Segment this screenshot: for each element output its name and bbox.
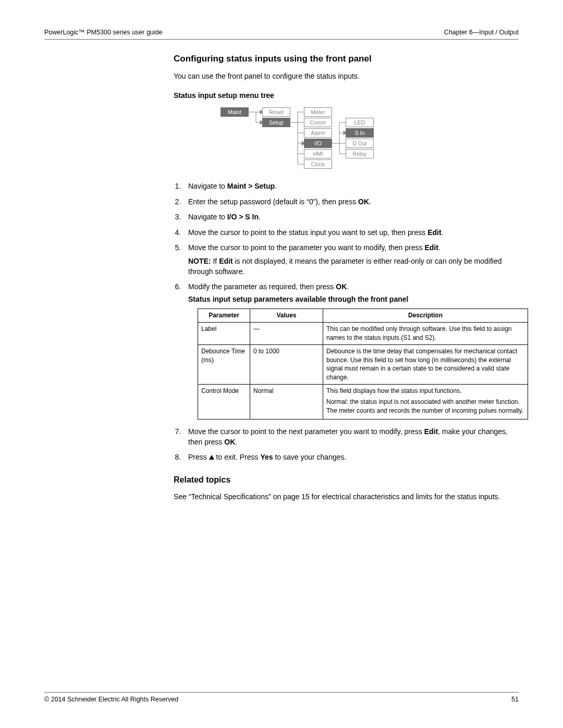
tree-node-relay: Relay <box>346 149 374 158</box>
step-7: Move the cursor to point to the next par… <box>183 427 519 447</box>
header-left: PowerLogic™ PM5300 series user guide <box>44 29 163 36</box>
step-5: Move the cursor to point to the paramete… <box>183 243 519 277</box>
tree-node-clock: Clock <box>304 159 332 169</box>
step-6: Modify the parameter as required, then p… <box>183 282 519 419</box>
intro-paragraph: You can use the front panel to configure… <box>174 71 519 82</box>
td-values: — <box>250 323 323 345</box>
page-footer: © 2014 Schneider Electric All Rights Res… <box>44 692 519 703</box>
related-topics-heading: Related topics <box>174 474 519 486</box>
tree-node-alarm: Alarm <box>304 128 332 138</box>
tree-node-reset: Reset <box>262 107 290 117</box>
page-header: PowerLogic™ PM5300 series user guide Cha… <box>44 29 519 40</box>
td-param: Debounce Time (ms) <box>198 344 250 384</box>
td-desc: This can be modified only through softwa… <box>323 323 528 345</box>
td-values: 0 to 1000 <box>250 344 323 384</box>
table-row: Debounce Time (ms) 0 to 1000 Debounce is… <box>198 344 528 384</box>
step-1: Navigate to Maint > Setup. <box>183 181 519 192</box>
tree-node-hmi: HMI <box>304 149 332 158</box>
tree-node-dout: D Out <box>346 139 374 148</box>
tree-node-io: I/O <box>304 139 332 148</box>
menu-tree: Maint Reset Setup Meter Comm Alarm I/O H… <box>221 107 460 170</box>
tree-node-comm: Comm <box>304 118 332 127</box>
th-description: Description <box>323 309 528 323</box>
tree-node-sin: S In <box>346 128 374 138</box>
note-paragraph: NOTE: If Edit is not displayed, it means… <box>188 256 519 277</box>
up-arrow-icon <box>209 455 214 460</box>
header-right: Chapter 6—Input / Output <box>444 29 519 36</box>
tree-node-setup: Setup <box>262 118 290 127</box>
table-heading: Status input setup parameters available … <box>188 294 519 305</box>
section-title: Configuring status inputs using the fron… <box>174 53 519 65</box>
step-4: Move the cursor to point to the status i… <box>183 228 519 238</box>
step-2: Enter the setup password (default is “0”… <box>183 197 519 207</box>
step-8: Press to exit. Press Yes to save your ch… <box>183 452 519 463</box>
footer-page-number: 51 <box>511 696 519 703</box>
table-row: Label — This can be modified only throug… <box>198 323 528 345</box>
td-param: Label <box>198 323 250 345</box>
td-param: Control Mode <box>198 384 250 419</box>
td-values: Normal <box>250 384 323 419</box>
related-topics-text: See “Technical Specifications” on page 1… <box>174 492 519 502</box>
table-header-row: Parameter Values Description <box>198 309 528 323</box>
th-parameter: Parameter <box>198 309 250 323</box>
th-values: Values <box>250 309 323 323</box>
parameters-table: Parameter Values Description Label — Thi… <box>198 309 528 419</box>
steps-list: Navigate to Maint > Setup. Enter the set… <box>174 181 519 463</box>
footer-copyright: © 2014 Schneider Electric All Rights Res… <box>44 696 178 703</box>
tree-heading: Status input setup menu tree <box>174 91 519 101</box>
tree-connectors <box>221 107 460 170</box>
table-row: Control Mode Normal This field displays … <box>198 384 528 419</box>
tree-node-meter: Meter <box>304 107 332 117</box>
step-3: Navigate to I/O > S In. <box>183 212 519 223</box>
tree-node-led: LED <box>346 118 374 127</box>
td-desc: Debounce is the time delay that compensa… <box>323 344 528 384</box>
tree-node-maint: Maint <box>221 107 249 117</box>
td-desc: This field displays how the status input… <box>323 384 528 419</box>
